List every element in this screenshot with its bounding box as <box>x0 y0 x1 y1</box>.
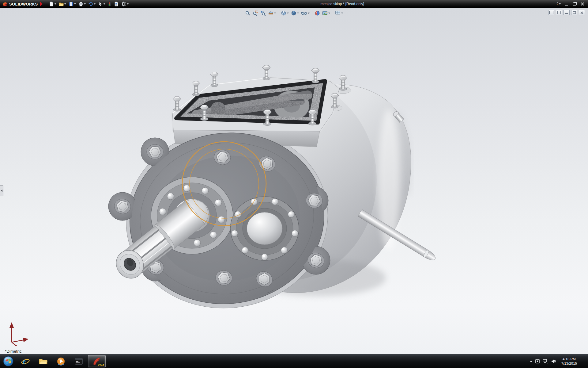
internet-explorer-icon: e <box>21 356 30 366</box>
chevron-down-icon[interactable] <box>94 3 96 5</box>
feature-manager-collapse-tab[interactable] <box>0 185 3 196</box>
save-button[interactable] <box>67 1 77 7</box>
open-button[interactable] <box>58 1 67 7</box>
document-title: menjac sklop * [Read-only] <box>130 2 555 6</box>
solidworks-version-badge: 2015 <box>98 363 104 366</box>
close-document-button[interactable] <box>579 10 585 15</box>
minimize-icon <box>565 5 568 6</box>
rebuild-icon <box>108 2 111 6</box>
taskbar-item-media-player[interactable] <box>52 355 70 367</box>
apply-scene-button[interactable] <box>322 10 331 16</box>
options-button[interactable] <box>120 1 130 7</box>
edit-appearance-button[interactable] <box>314 10 321 16</box>
previous-view-button[interactable] <box>260 10 266 16</box>
zoom-to-fit-icon <box>245 10 251 16</box>
restore-icon <box>573 11 576 14</box>
gear-icon <box>121 2 126 6</box>
system-tray: 4:16 PM 7/13/2015 <box>530 354 588 368</box>
chevron-down-icon[interactable] <box>328 13 330 14</box>
view-orientation-cube-icon <box>281 10 286 16</box>
chevron-down-icon[interactable] <box>127 3 129 5</box>
folder-icon <box>38 356 48 366</box>
previous-view-icon <box>260 10 266 16</box>
taskbar-item-command-prompt[interactable] <box>70 355 87 367</box>
chevron-down-icon[interactable] <box>74 3 76 5</box>
help-button[interactable]: ? <box>555 1 562 7</box>
document-window-controls <box>548 10 585 15</box>
network-icon[interactable] <box>543 359 548 364</box>
volume-icon[interactable] <box>551 359 556 364</box>
taskbar-item-solidworks[interactable]: 2015 <box>88 355 106 367</box>
command-prompt-icon <box>74 356 84 366</box>
solidworks-window: SOLIDWORKS <box>0 0 588 368</box>
display-style-icon <box>291 10 296 16</box>
view-orientation-label: *Dimetric <box>5 349 22 354</box>
appearance-sphere-icon <box>315 10 320 16</box>
view-orientation-button[interactable] <box>280 10 289 16</box>
chevron-left-icon <box>1 190 2 192</box>
close-button[interactable] <box>579 1 586 7</box>
graphics-area[interactable]: *Dimetric <box>0 8 588 354</box>
taskbar-item-windows-explorer[interactable] <box>35 355 52 367</box>
zoom-to-fit-button[interactable] <box>244 10 251 16</box>
file-properties-icon <box>114 2 119 6</box>
minimize-icon <box>565 13 568 14</box>
chevron-down-icon[interactable] <box>55 3 56 5</box>
pane-left-button[interactable] <box>548 10 554 15</box>
tray-app-icon[interactable] <box>535 359 540 364</box>
print-icon <box>78 2 83 6</box>
media-player-icon <box>56 356 66 366</box>
restore-icon <box>573 2 576 6</box>
show-hidden-icons-button[interactable] <box>530 361 532 362</box>
chevron-down-icon[interactable] <box>559 3 561 5</box>
display-style-button[interactable] <box>290 10 300 16</box>
gearbox-3d-model[interactable] <box>0 8 588 354</box>
zoom-to-area-button[interactable] <box>252 10 259 16</box>
glasses-icon <box>301 10 307 16</box>
pane-right-button[interactable] <box>556 10 562 15</box>
new-document-button[interactable] <box>48 1 58 7</box>
pane-right-icon <box>557 11 561 14</box>
section-view-button[interactable] <box>267 10 277 16</box>
chevron-down-icon[interactable] <box>297 13 299 14</box>
chevron-down-icon[interactable] <box>308 13 310 14</box>
hide-show-items-button[interactable] <box>300 10 310 16</box>
new-document-icon <box>49 2 54 6</box>
solidworks-logo: SOLIDWORKS <box>0 0 45 8</box>
orientation-triad <box>5 320 29 347</box>
logo-accent <box>40 2 43 6</box>
view-settings-button[interactable] <box>334 10 344 16</box>
file-properties-button[interactable] <box>113 1 120 7</box>
chevron-down-icon[interactable] <box>274 13 276 14</box>
print-button[interactable] <box>77 1 87 7</box>
chevron-down-icon[interactable] <box>287 13 289 14</box>
window-controls: ? <box>555 1 588 7</box>
rebuild-button[interactable] <box>107 1 113 7</box>
taskbar-clock[interactable]: 4:16 PM 7/13/2015 <box>559 357 580 366</box>
lower-bearing-boss[interactable] <box>230 197 299 260</box>
clock-time: 4:16 PM <box>561 357 577 361</box>
chevron-down-icon[interactable] <box>64 3 66 5</box>
view-settings-icon <box>335 10 341 16</box>
help-label: ? <box>556 2 559 6</box>
clock-date: 7/13/2015 <box>561 361 577 366</box>
restore-document-button[interactable] <box>571 10 577 15</box>
cursor-icon <box>98 2 103 6</box>
chevron-down-icon[interactable] <box>341 13 343 14</box>
undo-icon <box>88 2 93 6</box>
minimize-document-button[interactable] <box>564 10 570 15</box>
menu-bar-toolbar <box>45 0 130 8</box>
start-button[interactable] <box>0 354 17 368</box>
section-view-icon <box>268 10 273 16</box>
maximize-button[interactable] <box>571 1 578 7</box>
ds-logo-icon <box>2 2 8 7</box>
chevron-down-icon[interactable] <box>84 3 86 5</box>
pane-left-icon <box>549 11 553 14</box>
minimize-button[interactable] <box>563 1 570 7</box>
ie-glyph: e <box>23 358 26 365</box>
undo-button[interactable] <box>87 1 97 7</box>
chevron-down-icon[interactable] <box>104 3 105 5</box>
heads-up-view-toolbar <box>244 10 344 16</box>
select-button[interactable] <box>97 1 107 7</box>
taskbar-item-internet-explorer[interactable]: e <box>17 355 34 367</box>
